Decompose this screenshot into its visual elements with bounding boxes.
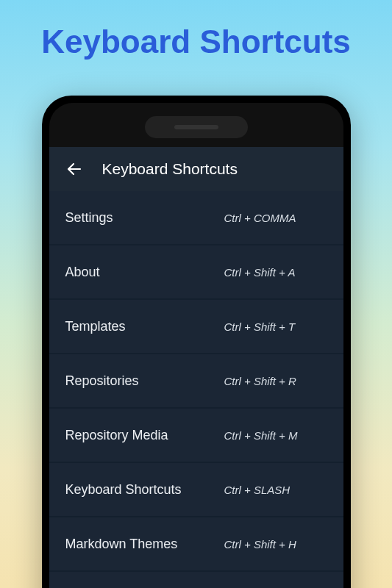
shortcut-row[interactable]: RepositoriesCtrl + Shift + R bbox=[49, 354, 343, 409]
shortcut-label: Settings bbox=[65, 209, 113, 226]
phone-speaker bbox=[145, 116, 248, 138]
promo-title: Keyboard Shortcuts bbox=[0, 0, 392, 75]
shortcut-keys: Ctrl + Shift + H bbox=[224, 538, 327, 551]
screen-title: Keyboard Shortcuts bbox=[102, 160, 238, 178]
shortcut-label: Keyboard Shortcuts bbox=[65, 481, 182, 498]
shortcut-label: Repositories bbox=[65, 373, 139, 390]
shortcut-keys: Ctrl + Shift + T bbox=[224, 320, 327, 333]
shortcut-label: Markdown Themes bbox=[65, 536, 178, 553]
arrow-left-icon bbox=[65, 160, 83, 178]
shortcut-row[interactable]: Repository MediaCtrl + Shift + M bbox=[49, 409, 343, 463]
shortcut-keys: Ctrl + Shift + M bbox=[224, 429, 327, 442]
shortcut-keys: Ctrl + Shift + R bbox=[224, 375, 327, 387]
app-screen: Keyboard Shortcuts SettingsCtrl + COMMAA… bbox=[49, 147, 343, 588]
shortcut-label: Repository Media bbox=[65, 427, 168, 444]
shortcut-label: Templates bbox=[65, 318, 126, 335]
phone-inner: Keyboard Shortcuts SettingsCtrl + COMMAA… bbox=[49, 103, 343, 588]
shortcut-row[interactable]: TemplatesCtrl + Shift + T bbox=[49, 300, 343, 354]
app-bar: Keyboard Shortcuts bbox=[49, 147, 343, 191]
shortcut-keys: Ctrl + Shift + A bbox=[224, 266, 327, 279]
phone-frame: Keyboard Shortcuts SettingsCtrl + COMMAA… bbox=[42, 96, 351, 588]
shortcut-keys: Ctrl + SLASH bbox=[224, 484, 327, 496]
shortcut-keys: Ctrl + COMMA bbox=[224, 212, 327, 224]
shortcut-row[interactable]: AboutCtrl + Shift + A bbox=[49, 245, 343, 300]
shortcut-row[interactable]: Keyboard ShortcutsCtrl + SLASH bbox=[49, 463, 343, 517]
shortcut-label: About bbox=[65, 264, 100, 281]
speaker-slit bbox=[174, 125, 218, 129]
shortcut-row[interactable]: SettingsCtrl + COMMA bbox=[49, 191, 343, 245]
shortcut-row[interactable]: Markdown ThemesCtrl + Shift + H bbox=[49, 517, 343, 572]
back-button[interactable] bbox=[60, 154, 89, 184]
shortcut-list[interactable]: SettingsCtrl + COMMAAboutCtrl + Shift + … bbox=[49, 191, 343, 588]
